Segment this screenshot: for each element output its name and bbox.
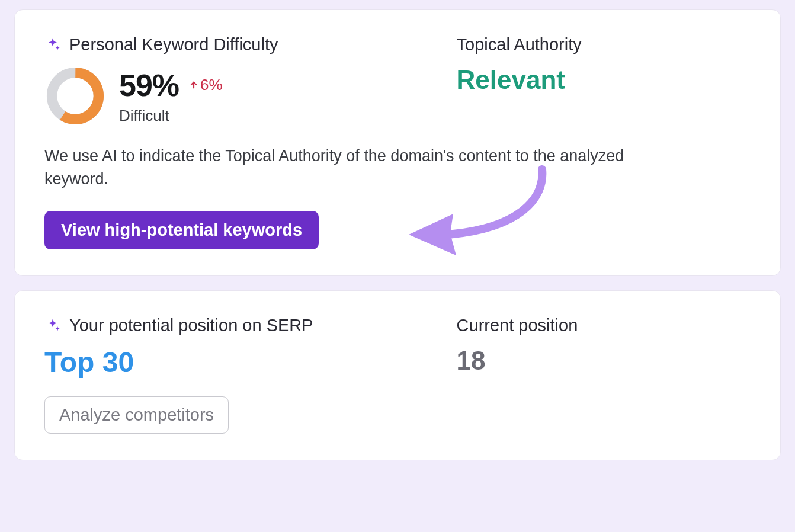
card-serp-position: Your potential position on SERP Top 30 A… xyxy=(14,290,781,460)
potential-value: Top 30 xyxy=(44,346,433,379)
pkd-delta-value: 6% xyxy=(200,76,223,94)
card1-row: Personal Keyword Difficulty 59% 6% xyxy=(44,35,751,127)
current-column: Current position 18 xyxy=(457,316,751,434)
arrow-up-icon xyxy=(188,80,199,91)
pkd-delta: 6% xyxy=(188,76,223,94)
potential-column: Your potential position on SERP Top 30 A… xyxy=(44,316,433,434)
card-keyword-difficulty: Personal Keyword Difficulty 59% 6% xyxy=(14,9,781,276)
current-title: Current position xyxy=(457,316,751,335)
sparkle-icon xyxy=(44,37,61,53)
pkd-title-row: Personal Keyword Difficulty xyxy=(44,35,433,55)
view-keywords-button[interactable]: View high-potential keywords xyxy=(44,211,319,249)
ta-title: Topical Authority xyxy=(457,35,751,55)
ta-description: We use AI to indicate the Topical Author… xyxy=(44,145,666,191)
pkd-difficulty-label: Difficult xyxy=(119,107,223,125)
pkd-column: Personal Keyword Difficulty 59% 6% xyxy=(44,35,433,127)
sparkle-icon xyxy=(44,318,61,334)
ta-value: Relevant xyxy=(457,65,751,95)
current-value: 18 xyxy=(457,346,751,376)
pkd-meter: 59% 6% Difficult xyxy=(44,65,433,127)
analyze-competitors-button[interactable]: Analyze competitors xyxy=(44,396,229,434)
pkd-values: 59% 6% Difficult xyxy=(119,68,223,125)
pkd-percent: 59% xyxy=(119,68,179,103)
ta-column: Topical Authority Relevant xyxy=(457,35,751,127)
pkd-percent-row: 59% 6% xyxy=(119,68,223,103)
potential-title-row: Your potential position on SERP xyxy=(44,316,433,335)
pkd-title: Personal Keyword Difficulty xyxy=(69,35,278,55)
card2-row: Your potential position on SERP Top 30 A… xyxy=(44,316,751,434)
potential-title: Your potential position on SERP xyxy=(69,316,313,335)
difficulty-donut-icon xyxy=(44,65,106,127)
cta-row: View high-potential keywords xyxy=(44,211,751,249)
